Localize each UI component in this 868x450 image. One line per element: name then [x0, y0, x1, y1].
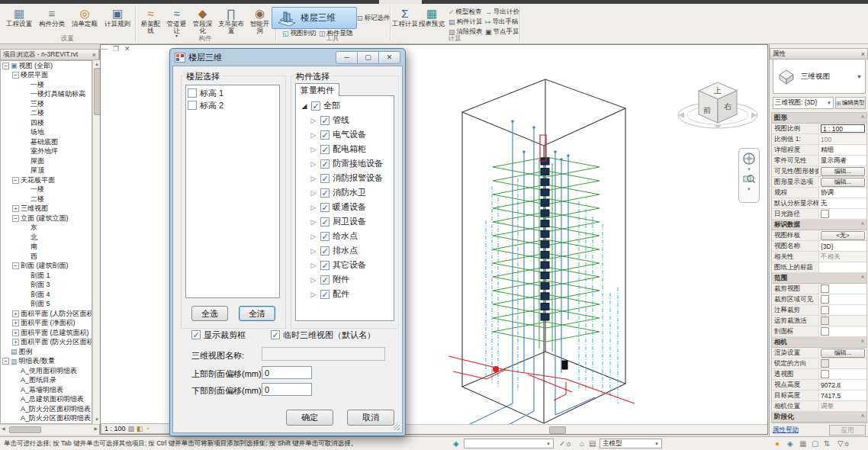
property-value[interactable]: 9072.8	[819, 380, 866, 390]
tree-expander-icon[interactable]: +	[12, 310, 19, 317]
checkbox-icon[interactable]	[821, 370, 829, 378]
maximize-button[interactable]: ▢	[357, 51, 379, 64]
viewcube[interactable]: 上 前 右	[673, 68, 763, 152]
tree-item[interactable]: −▥明细表/数量	[1, 357, 92, 367]
project-calc-button[interactable]: Σ工程计算	[392, 6, 418, 34]
close-icon[interactable]: ×	[92, 51, 96, 59]
collapse-icon[interactable]: ^	[861, 339, 864, 346]
checkbox-icon[interactable]	[320, 275, 330, 284]
background-processes-icon[interactable]: ▦	[799, 439, 806, 448]
report-preview-button[interactable]: ▦报表预览	[419, 6, 445, 34]
view-scale[interactable]: 1 : 100	[104, 425, 126, 432]
resize-grip[interactable]	[394, 424, 400, 430]
tree-item[interactable]: −楼层平面	[1, 71, 92, 81]
design-options-icon[interactable]: ▤	[589, 439, 596, 448]
visual-style-icon[interactable]: ◧	[137, 425, 143, 432]
tree-item[interactable]: 一楼	[1, 80, 92, 90]
type-selector[interactable]: 三维视图 ▼	[773, 59, 866, 94]
floor-item[interactable]: 标高 1	[188, 87, 278, 99]
pipe-avoidance-button[interactable]: ≈管道避让▾	[164, 6, 189, 34]
chevron-down-icon[interactable]: ▼	[747, 167, 751, 172]
apply-button[interactable]: 应用	[829, 425, 866, 436]
project-settings-button[interactable]: ▦工程设置	[3, 6, 35, 34]
property-value[interactable]: 7417.5	[819, 391, 866, 400]
cable-tray-wiring-button[interactable]: ≈桥架配线	[138, 6, 163, 34]
component-item[interactable]: ▷配电箱柜	[301, 142, 394, 156]
property-edit-button[interactable]: <无>	[821, 231, 865, 240]
tree-item[interactable]: 北	[1, 233, 92, 243]
tree-expander-icon[interactable]: ▷	[310, 276, 317, 284]
horizontal-scrollbar[interactable]: ◀ ▶	[0, 424, 99, 433]
collapse-icon[interactable]: ^	[861, 114, 864, 122]
component-item[interactable]: ▷配件	[301, 287, 394, 301]
tree-item[interactable]: 场地	[1, 128, 92, 138]
tree-item[interactable]: 东	[1, 223, 92, 233]
tree-expander-icon[interactable]: ▷	[310, 218, 317, 226]
close-button[interactable]: ✕	[378, 51, 400, 64]
tree-item[interactable]: 基础底图	[1, 137, 92, 147]
tree-item[interactable]: 室外地坪	[1, 147, 92, 157]
tree-item[interactable]: A_防火分区面积明细表	[1, 404, 92, 414]
component-item[interactable]: ▷给水点	[301, 229, 394, 243]
tree-item[interactable]: 二楼	[1, 109, 92, 119]
calc-rules-button[interactable]: ▣计算规则	[101, 6, 133, 34]
checkbox-icon[interactable]	[271, 330, 280, 339]
tag-parts-button[interactable]: ⊡标记选件	[357, 14, 391, 23]
collapse-icon[interactable]: ^	[861, 413, 864, 421]
checkbox-icon[interactable]	[320, 188, 330, 198]
cancel-button[interactable]: 取消	[347, 410, 394, 426]
vertical-scrollbar[interactable]: ▲ ▼	[92, 60, 100, 424]
property-edit-button[interactable]: 编辑...	[821, 349, 865, 358]
view-selector-combo[interactable]: 三维视图: {3D} ▼	[773, 97, 834, 109]
component-item[interactable]: ▷暖通设备	[301, 200, 394, 214]
checkbox-icon[interactable]	[188, 101, 197, 110]
checkbox-icon[interactable]	[821, 317, 829, 325]
tree-expander-icon[interactable]: ▷	[310, 233, 317, 240]
tree-item[interactable]: A_幕墙明细表	[1, 385, 92, 395]
component-item[interactable]: ▷厨卫设备	[301, 214, 394, 229]
tree-expander-icon[interactable]: +	[12, 320, 19, 326]
checkbox-icon[interactable]	[320, 203, 330, 212]
show-crop-option[interactable]: 显示裁剪框	[191, 329, 246, 341]
checkbox-icon[interactable]	[821, 359, 829, 368]
component-item[interactable]: ▷消防报警设备	[301, 171, 394, 185]
chevron-down-icon[interactable]: ▼	[747, 187, 751, 191]
tree-expander-icon[interactable]: ▷	[310, 160, 317, 168]
select-all-button[interactable]: 全选	[191, 306, 228, 321]
checkbox-icon[interactable]	[320, 246, 330, 256]
checkbox-icon[interactable]	[188, 88, 197, 98]
tree-item[interactable]: −天花板平面	[1, 175, 92, 185]
property-edit-button[interactable]: 编辑...	[821, 178, 865, 187]
property-value[interactable]	[819, 262, 866, 272]
tree-expander-icon[interactable]: ▷	[310, 175, 317, 182]
tree-expander-icon[interactable]: ▷	[310, 291, 317, 298]
scrollbar-thumb[interactable]	[9, 426, 41, 433]
property-combo[interactable]: 1 : 100	[821, 124, 865, 133]
property-value[interactable]: {3D}	[819, 241, 866, 251]
minimize-button[interactable]: ─	[336, 51, 358, 64]
property-value[interactable]: 100	[819, 134, 866, 144]
collapse-icon[interactable]: ^	[861, 221, 864, 229]
clear-all-button[interactable]: 全清	[239, 306, 275, 321]
checkbox-icon[interactable]	[320, 159, 330, 169]
property-value[interactable]: 显示两者	[819, 156, 866, 166]
tree-item[interactable]: −剖面 (建筑剖面)	[1, 262, 92, 272]
component-item[interactable]: ▷其它设备	[301, 258, 394, 272]
model-check-button[interactable]: ✓模型检查	[448, 8, 482, 17]
property-edit-button[interactable]: 编辑...	[821, 167, 865, 176]
tree-item[interactable]: 剖面 5	[1, 300, 92, 310]
tree-expander-icon[interactable]: +	[12, 205, 19, 212]
property-value[interactable]: 完全显示	[819, 423, 866, 423]
select-pinned-icon[interactable]: ⇅	[824, 439, 830, 448]
tree-item[interactable]: 西	[1, 252, 92, 262]
tree-item[interactable]: +面积平面 (总建筑面积)	[1, 328, 92, 338]
tree-item[interactable]: −▣视图 (全部)	[1, 61, 92, 71]
component-category-button[interactable]: ≡构件分类	[36, 6, 68, 34]
floor-list[interactable]: 标高 1标高 2	[185, 85, 280, 298]
checkbox-icon[interactable]	[320, 232, 330, 241]
tree-expander-icon[interactable]: ▷	[310, 204, 317, 211]
component-item[interactable]: ▷管线	[301, 113, 394, 127]
collapse-icon[interactable]: ^	[861, 275, 864, 282]
tree-item[interactable]: 一楼	[1, 185, 92, 195]
project-browser-titlebar[interactable]: 项目浏览器 - n-3REVIT.rvt ×	[0, 49, 99, 60]
